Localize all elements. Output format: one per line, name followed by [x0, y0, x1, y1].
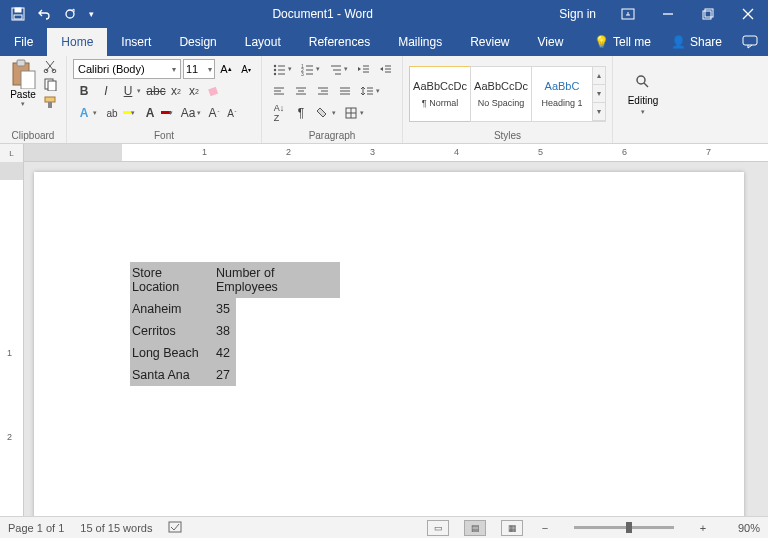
close-button[interactable] [728, 0, 768, 28]
highlight-button[interactable]: ab [101, 103, 123, 123]
decrease-indent-button[interactable] [352, 59, 374, 79]
cut-button[interactable] [43, 59, 57, 75]
show-hide-button[interactable]: ¶ [290, 103, 312, 123]
align-right-button[interactable] [312, 81, 334, 101]
zoom-slider[interactable] [574, 526, 674, 529]
change-case-button[interactable]: Aa [177, 103, 199, 123]
style-normal[interactable]: AaBbCcDc¶ Normal [409, 66, 471, 122]
web-layout-button[interactable]: ▦ [501, 520, 523, 536]
subscript-button[interactable]: x2 [167, 81, 185, 101]
paste-dropdown[interactable]: ▾ [21, 100, 25, 108]
format-painter-button[interactable] [43, 95, 57, 111]
bullets-button[interactable] [268, 59, 290, 79]
increase-indent-button[interactable] [374, 59, 396, 79]
grow-font2-button[interactable]: A˄ [205, 103, 223, 123]
svg-point-21 [274, 65, 276, 67]
grow-font-button[interactable]: A▴ [217, 59, 235, 79]
share-button[interactable]: 👤Share [661, 28, 732, 56]
vertical-ruler[interactable]: 1 2 [0, 162, 24, 532]
font-size-combo[interactable]: 11▾ [183, 59, 215, 79]
bold-button[interactable]: B [73, 81, 95, 101]
table-row: Santa Ana27 [130, 364, 340, 386]
underline-dropdown[interactable]: ▾ [137, 87, 145, 95]
horizontal-ruler[interactable]: L 1 2 3 4 5 6 7 [0, 144, 768, 162]
save-button[interactable] [6, 2, 30, 26]
line-spacing-button[interactable] [356, 81, 378, 101]
svg-rect-13 [21, 71, 35, 89]
style-heading1[interactable]: AaBbCHeading 1 [531, 66, 593, 122]
font-color-button[interactable]: A [139, 103, 161, 123]
selected-text-block[interactable]: Store Location Number of Employees Anahe… [130, 262, 340, 386]
sort-button[interactable]: A↓Z [268, 103, 290, 123]
status-bar: Page 1 of 1 15 of 15 words ▭ ▤ ▦ − + 90% [0, 516, 768, 538]
feedback-button[interactable] [732, 28, 768, 56]
multilevel-dropdown[interactable]: ▾ [344, 65, 352, 73]
page-indicator[interactable]: Page 1 of 1 [8, 522, 64, 534]
find-button[interactable] [634, 73, 652, 93]
numbering-button[interactable]: 123 [296, 59, 318, 79]
multilevel-list-button[interactable] [324, 59, 346, 79]
align-center-button[interactable] [290, 81, 312, 101]
redo-button[interactable] [58, 2, 82, 26]
tab-home[interactable]: Home [47, 28, 107, 56]
font-color-dropdown[interactable]: ▾ [169, 109, 177, 117]
tab-layout[interactable]: Layout [231, 28, 295, 56]
underline-button[interactable]: U [117, 81, 139, 101]
text-effects-dropdown[interactable]: ▾ [93, 109, 101, 117]
borders-dropdown[interactable]: ▾ [360, 109, 368, 117]
styles-scroll[interactable]: ▴▾▾ [592, 66, 606, 122]
group-paragraph: ▾ 123▾ ▾ ▾ A↓Z ¶ ▾ ▾ Paragraph [262, 56, 403, 143]
tab-review[interactable]: Review [456, 28, 523, 56]
group-styles: AaBbCcDc¶ Normal AaBbCcDcNo Spacing AaBb… [403, 56, 613, 143]
shading-dropdown[interactable]: ▾ [332, 109, 340, 117]
tab-file[interactable]: File [0, 28, 47, 56]
tab-design[interactable]: Design [165, 28, 230, 56]
shrink-font-button[interactable]: A▾ [237, 59, 255, 79]
text-effects-button[interactable]: A [73, 103, 95, 123]
justify-button[interactable] [334, 81, 356, 101]
tab-view[interactable]: View [524, 28, 578, 56]
numbering-dropdown[interactable]: ▾ [316, 65, 324, 73]
strikethrough-button[interactable]: abc [145, 81, 167, 101]
shrink-font2-button[interactable]: A˅ [223, 103, 241, 123]
spellcheck-icon[interactable] [168, 520, 184, 536]
align-left-button[interactable] [268, 81, 290, 101]
minimize-button[interactable] [648, 0, 688, 28]
zoom-out-button[interactable]: − [538, 522, 552, 534]
tab-insert[interactable]: Insert [107, 28, 165, 56]
editing-dropdown[interactable]: ▾ [641, 108, 645, 116]
italic-button[interactable]: I [95, 81, 117, 101]
font-name-combo[interactable]: Calibri (Body)▾ [73, 59, 181, 79]
line-spacing-dropdown[interactable]: ▾ [376, 87, 384, 95]
group-clipboard: Paste ▾ Clipboard [0, 56, 67, 143]
zoom-thumb[interactable] [626, 522, 632, 533]
word-count[interactable]: 15 of 15 words [80, 522, 152, 534]
paste-button[interactable] [9, 59, 37, 89]
tab-references[interactable]: References [295, 28, 384, 56]
svg-rect-12 [17, 60, 25, 66]
svg-rect-19 [48, 102, 52, 108]
undo-button[interactable] [32, 2, 56, 26]
borders-button[interactable] [340, 103, 362, 123]
clear-formatting-button[interactable] [203, 81, 225, 101]
tab-mailings[interactable]: Mailings [384, 28, 456, 56]
superscript-button[interactable]: x2 [185, 81, 203, 101]
shading-button[interactable] [312, 103, 334, 123]
tell-me-search[interactable]: 💡Tell me [584, 28, 661, 56]
qat-customize-button[interactable]: ▾ [84, 2, 98, 26]
zoom-level[interactable]: 90% [726, 522, 760, 534]
copy-button[interactable] [43, 77, 57, 93]
document-page[interactable]: Store Location Number of Employees Anahe… [34, 172, 744, 532]
print-layout-button[interactable]: ▤ [464, 520, 486, 536]
ribbon-display-options-button[interactable] [608, 0, 648, 28]
read-mode-button[interactable]: ▭ [427, 520, 449, 536]
change-case-dropdown[interactable]: ▾ [197, 109, 205, 117]
bullets-dropdown[interactable]: ▾ [288, 65, 296, 73]
restore-button[interactable] [688, 0, 728, 28]
style-no-spacing[interactable]: AaBbCcDcNo Spacing [470, 66, 532, 122]
svg-point-23 [274, 69, 276, 71]
highlight-dropdown[interactable]: ▾ [131, 109, 139, 117]
document-title: Document1 - Word [98, 7, 547, 21]
zoom-in-button[interactable]: + [696, 522, 710, 534]
sign-in-button[interactable]: Sign in [547, 7, 608, 21]
